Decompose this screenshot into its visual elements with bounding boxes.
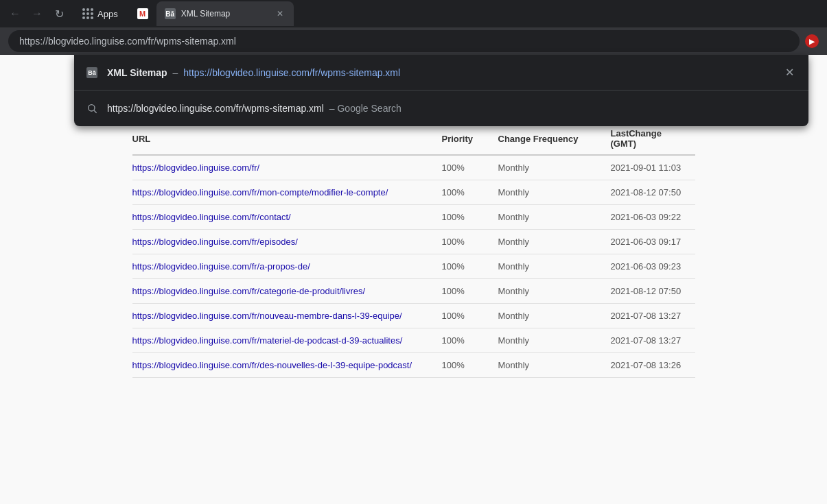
table-priority: 100%	[442, 254, 498, 279]
table-lastchange: 2021-07-08 13:27	[611, 328, 695, 353]
sitemap-tab[interactable]: Bā XML Sitemap ✕	[156, 1, 294, 26]
sitemap-table: URL Priority Change Frequency LastChange…	[132, 123, 695, 378]
table-lastchange: 2021-07-08 13:26	[611, 353, 695, 378]
dropdown-bookmark-item[interactable]: Bā XML Sitemap – https://blogvideo.lingu…	[74, 55, 808, 91]
svg-point-0	[89, 105, 95, 111]
dropdown-search-item[interactable]: https://blogvideo.linguise.com/fr/wpms-s…	[74, 91, 808, 126]
address-url: https://blogvideo.linguise.com/fr/wpms-s…	[19, 36, 789, 47]
table-row: https://blogvideo.linguise.com/fr/contac…	[132, 205, 695, 230]
dropdown-bookmark-url: https://blogvideo.linguise.com/fr/wpms-s…	[183, 67, 400, 78]
table-url-link[interactable]: https://blogvideo.linguise.com/fr/materi…	[132, 335, 403, 346]
table-frequency: Monthly	[498, 155, 611, 180]
table-frequency: Monthly	[498, 180, 611, 205]
tab-bar: ← → ↻ Apps M Bā XML Sitemap ✕	[0, 0, 827, 27]
dropdown-bookmark-text: XML Sitemap – https://blogvideo.linguise…	[107, 67, 773, 78]
svg-line-1	[94, 110, 97, 113]
omnibox[interactable]: https://blogvideo.linguise.com/fr/wpms-s…	[8, 30, 800, 52]
dropdown-bookmark-dash: –	[173, 67, 181, 78]
reload-button[interactable]: ↻	[49, 4, 69, 23]
table-row: https://blogvideo.linguise.com/fr/mon-co…	[132, 180, 695, 205]
table-priority: 100%	[442, 353, 498, 378]
table-priority: 100%	[442, 279, 498, 304]
col-header-lastchange: LastChange (GMT)	[611, 123, 695, 155]
table-priority: 100%	[442, 205, 498, 230]
browser-chrome: ← → ↻ Apps M Bā XML Sitemap ✕ https://bl…	[0, 0, 827, 55]
tab-close-button[interactable]: ✕	[275, 8, 286, 19]
apps-icon	[82, 8, 93, 19]
table-row: https://blogvideo.linguise.com/fr/100%Mo…	[132, 155, 695, 180]
table-lastchange: 2021-07-08 13:27	[611, 304, 695, 328]
apps-label: Apps	[97, 9, 118, 19]
table-frequency: Monthly	[498, 304, 611, 328]
table-lastchange: 2021-06-03 09:22	[611, 205, 695, 230]
table-priority: 100%	[442, 155, 498, 180]
tab-favicon: Bā	[165, 8, 176, 19]
table-url-link[interactable]: https://blogvideo.linguise.com/fr/episod…	[132, 237, 298, 247]
bookmark-favicon: Bā	[85, 66, 99, 80]
col-header-priority: Priority	[442, 123, 498, 155]
gmail-tab[interactable]: M	[129, 1, 156, 26]
table-url-link[interactable]: https://blogvideo.linguise.com/fr/contac…	[132, 212, 291, 222]
table-frequency: Monthly	[498, 279, 611, 304]
table-priority: 100%	[442, 328, 498, 353]
col-header-url: URL	[132, 123, 442, 155]
table-frequency: Monthly	[498, 254, 611, 279]
tab-title: XML Sitemap	[181, 9, 269, 19]
forward-button[interactable]: →	[27, 4, 47, 23]
dropdown-close-button[interactable]: ✕	[781, 64, 797, 81]
table-url-link[interactable]: https://blogvideo.linguise.com/fr/des-no…	[132, 360, 412, 370]
table-frequency: Monthly	[498, 230, 611, 254]
address-bar-row: https://blogvideo.linguise.com/fr/wpms-s…	[0, 27, 827, 55]
table-frequency: Monthly	[498, 328, 611, 353]
table-row: https://blogvideo.linguise.com/fr/a-prop…	[132, 254, 695, 279]
dropdown-search-query: https://blogvideo.linguise.com/fr/wpms-s…	[107, 103, 324, 114]
table-lastchange: 2021-08-12 07:50	[611, 180, 695, 205]
apps-button[interactable]: Apps	[77, 5, 124, 22]
table-header: URL Priority Change Frequency LastChange…	[132, 123, 695, 155]
table-priority: 100%	[442, 180, 498, 205]
table-url-link[interactable]: https://blogvideo.linguise.com/fr/catego…	[132, 286, 366, 296]
dropdown-bookmark-title: XML Sitemap	[107, 67, 167, 78]
table-row: https://blogvideo.linguise.com/fr/catego…	[132, 279, 695, 304]
dropdown-search-suffix: – Google Search	[329, 103, 401, 114]
table-url-link[interactable]: https://blogvideo.linguise.com/fr/nouvea…	[132, 311, 402, 321]
table-body: https://blogvideo.linguise.com/fr/100%Mo…	[132, 155, 695, 378]
table-url-link[interactable]: https://blogvideo.linguise.com/fr/mon-co…	[132, 187, 388, 197]
table-lastchange: 2021-06-03 09:17	[611, 230, 695, 254]
table-row: https://blogvideo.linguise.com/fr/episod…	[132, 230, 695, 254]
table-priority: 100%	[442, 230, 498, 254]
table-priority: 100%	[442, 304, 498, 328]
table-row: https://blogvideo.linguise.com/fr/des-no…	[132, 353, 695, 378]
search-icon	[85, 101, 99, 115]
table-row: https://blogvideo.linguise.com/fr/materi…	[132, 328, 695, 353]
back-button[interactable]: ←	[5, 4, 25, 23]
table-frequency: Monthly	[498, 353, 611, 378]
table-lastchange: 2021-06-03 09:23	[611, 254, 695, 279]
nav-buttons: ← → ↻	[5, 4, 69, 23]
table-url-link[interactable]: https://blogvideo.linguise.com/fr/	[132, 163, 260, 173]
dropdown-search-text: https://blogvideo.linguise.com/fr/wpms-s…	[107, 103, 797, 114]
table-frequency: Monthly	[498, 205, 611, 230]
table-url-link[interactable]: https://blogvideo.linguise.com/fr/a-prop…	[132, 261, 310, 272]
table-row: https://blogvideo.linguise.com/fr/nouvea…	[132, 304, 695, 328]
table-lastchange: 2021-08-12 07:50	[611, 279, 695, 304]
gmail-favicon: M	[137, 8, 148, 19]
omnibox-dropdown: Bā XML Sitemap – https://blogvideo.lingu…	[74, 55, 808, 126]
extension-icon[interactable]: ▶	[805, 34, 819, 48]
col-header-frequency: Change Frequency	[498, 123, 611, 155]
table-lastchange: 2021-09-01 11:03	[611, 155, 695, 180]
